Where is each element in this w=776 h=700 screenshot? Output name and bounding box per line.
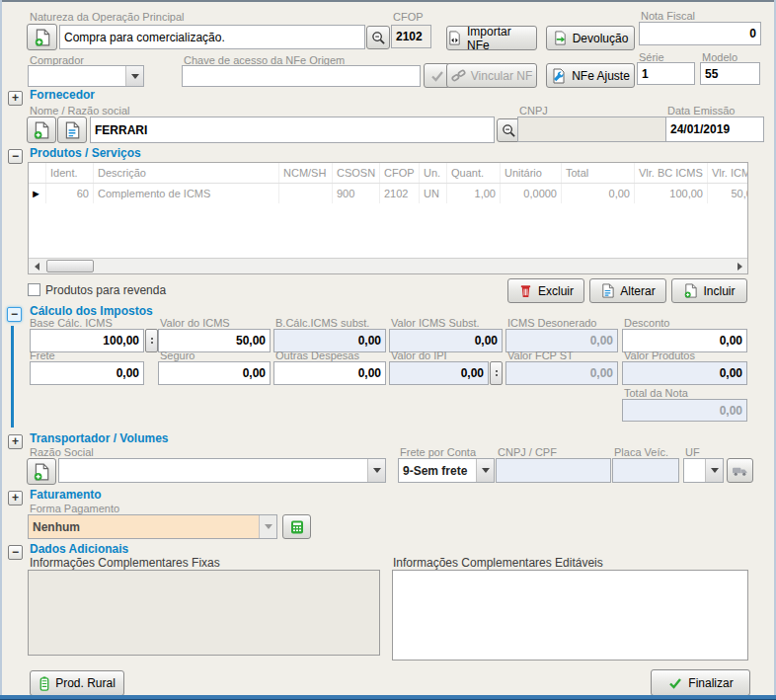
nfe-ajuste-button[interactable]: NFe Ajuste	[546, 63, 635, 88]
nfe-entry-window: Natureza da Operação Principal Compra pa…	[0, 0, 776, 700]
impostos-collapse-toggle[interactable]: −	[7, 307, 22, 322]
razao-social-dropdown-button[interactable]	[367, 459, 385, 482]
frete-por-conta-select[interactable]: 9-Sem frete	[398, 458, 495, 483]
edit-document-icon	[600, 283, 615, 298]
col-unitario[interactable]: Unitário	[501, 163, 562, 183]
vincular-nf-label: Vincular NF	[471, 69, 532, 83]
alterar-button[interactable]: Alterar	[589, 278, 666, 303]
devolucao-label: Devolução	[573, 32, 629, 45]
valor-ipi-spinner-button[interactable]	[490, 361, 503, 385]
scroll-right-button[interactable]	[732, 259, 747, 273]
return-arrow-icon	[553, 31, 568, 45]
edit-fornecedor-button[interactable]	[57, 117, 87, 143]
search-natureza-button[interactable]	[366, 26, 390, 49]
col-vlr-bc-icms[interactable]: Vlr. BC ICMS	[635, 163, 708, 183]
frete-field[interactable]: 0,00	[30, 361, 144, 385]
vincular-nf-button[interactable]: Vincular NF	[446, 63, 537, 88]
produtos-grid-header: Ident. Descrição NCM/SH CSOSN CFOP Un. Q…	[29, 163, 747, 184]
horizontal-scrollbar[interactable]	[29, 258, 747, 273]
col-ncm[interactable]: NCM/SH	[279, 163, 333, 183]
comprador-dropdown-button[interactable]	[125, 66, 143, 86]
importar-nfe-button[interactable]: Importar NFe	[446, 26, 537, 50]
seguro-label: Seguro	[160, 350, 194, 361]
frete-por-conta-value: 9-Sem frete	[399, 464, 476, 478]
frete-por-conta-label: Frete por Conta	[400, 446, 476, 458]
frete-por-conta-dropdown-button[interactable]	[476, 459, 494, 482]
base-calc-icms-label: Base Cálc. ICMS	[30, 317, 113, 329]
scroll-left-button[interactable]	[29, 259, 44, 273]
table-row[interactable]: ► 60 Complemento de ICMS 900 2102 UN 1,0…	[29, 184, 747, 203]
uf-select[interactable]	[683, 458, 724, 483]
placa-veic-label: Placa Veíc.	[614, 446, 668, 458]
scrollbar-thumb[interactable]	[46, 260, 94, 272]
fornecedor-nome-input[interactable]: FERRARI	[90, 117, 495, 143]
alterar-label: Alterar	[620, 284, 655, 298]
col-quant[interactable]: Quant.	[447, 163, 501, 183]
cfop-label: CFOP	[393, 11, 424, 23]
row-selector-icon: ►	[29, 184, 46, 203]
arrow-left-icon	[35, 263, 39, 271]
chave-acesso-input[interactable]	[182, 65, 421, 87]
col-ident[interactable]: Ident.	[46, 163, 94, 183]
import-document-icon	[447, 31, 462, 45]
valor-produtos-field: 0,00	[622, 361, 747, 385]
forma-pagamento-select[interactable]: Nenhum	[28, 514, 277, 539]
transportador-section-title: Transportador / Volumes	[30, 431, 168, 445]
truck-icon	[732, 463, 748, 478]
cnpj-cpf-label: CNPJ / CPF	[498, 446, 557, 458]
finalizar-button[interactable]: Finalizar	[651, 669, 750, 696]
col-vlr-icms[interactable]: Vlr. ICMS	[708, 163, 747, 183]
transportador-expand-toggle[interactable]: +	[8, 434, 23, 449]
razao-social-select[interactable]	[58, 458, 386, 483]
importar-nfe-label: Importar NFe	[467, 25, 536, 52]
col-total[interactable]: Total	[562, 163, 635, 183]
uf-dropdown-button[interactable]	[705, 459, 723, 482]
produtos-collapse-toggle[interactable]: −	[8, 149, 23, 164]
devolucao-button[interactable]: Devolução	[546, 26, 635, 50]
seguro-field[interactable]: 0,00	[158, 361, 271, 385]
modelo-field[interactable]: 55	[700, 62, 760, 85]
info-fixas-textarea	[28, 570, 380, 656]
nota-fiscal-field[interactable]: 0	[639, 22, 761, 45]
cnpj-cpf-field	[496, 458, 611, 483]
impostos-section-title: Cálculo dos Impostos	[30, 304, 153, 318]
finalizar-label: Finalizar	[688, 676, 733, 690]
produtos-section-title: Produtos / Serviços	[30, 146, 141, 160]
forma-pagamento-dropdown-button[interactable]	[259, 515, 276, 538]
chevron-down-icon	[711, 468, 719, 473]
arrow-right-icon	[737, 263, 742, 271]
produtos-revenda-checkbox[interactable]	[28, 283, 40, 296]
cnpj-label: CNPJ	[519, 105, 548, 117]
col-descricao[interactable]: Descrição	[94, 163, 279, 183]
new-document-icon	[683, 283, 698, 298]
valor-fcp-st-field: 0,00	[505, 361, 618, 385]
excluir-button[interactable]: Excluir	[507, 278, 584, 303]
col-un[interactable]: Un.	[420, 163, 447, 183]
new-natureza-button[interactable]	[27, 24, 57, 50]
new-transportador-button[interactable]	[27, 458, 56, 485]
comprador-select[interactable]	[28, 65, 144, 87]
check-icon	[429, 68, 445, 84]
info-editaveis-textarea[interactable]	[392, 570, 748, 661]
faturamento-expand-toggle[interactable]: +	[8, 491, 23, 506]
base-calc-spinner-button[interactable]	[145, 329, 158, 352]
serie-field[interactable]: 1	[637, 62, 695, 85]
fornecedor-expand-toggle[interactable]: +	[8, 91, 23, 106]
outras-despesas-field[interactable]: 0,00	[273, 361, 386, 385]
calculadora-button[interactable]	[282, 514, 311, 539]
data-emissao-field[interactable]: 24/01/2019	[665, 117, 764, 142]
razao-social-label: Razão Social	[30, 446, 94, 458]
prod-rural-button[interactable]: Prod. Rural	[30, 670, 124, 696]
truck-button[interactable]	[727, 458, 753, 483]
dados-adicionais-collapse-toggle[interactable]: −	[8, 545, 23, 560]
new-fornecedor-button[interactable]	[27, 117, 56, 143]
natureza-operacao-input[interactable]: Compra para comercialização.	[59, 25, 365, 49]
forma-pagamento-value: Nenhum	[29, 520, 259, 534]
link-icon	[451, 68, 466, 83]
incluir-button[interactable]: Incluir	[671, 278, 747, 303]
col-cfop[interactable]: CFOP	[380, 163, 420, 183]
col-csosn[interactable]: CSOSN	[333, 163, 380, 183]
info-editaveis-label: Informações Complementares Editáveis	[393, 556, 603, 570]
search-icon	[502, 123, 516, 138]
incluir-label: Incluir	[703, 284, 735, 298]
